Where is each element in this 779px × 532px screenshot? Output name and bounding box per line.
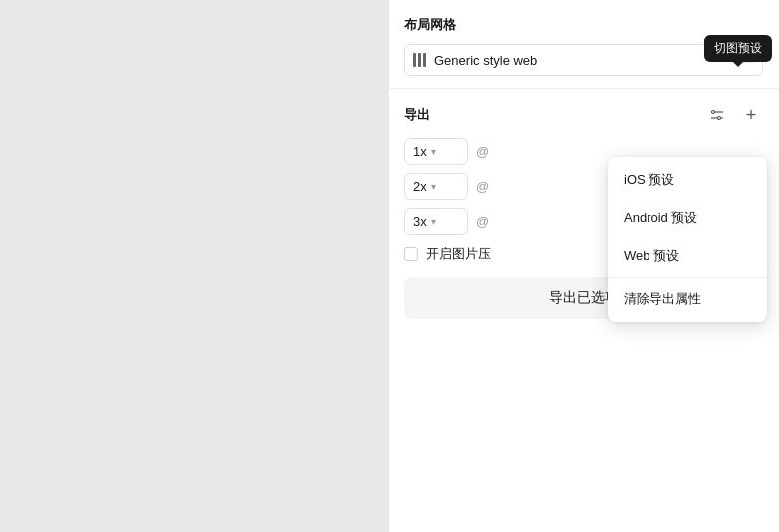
left-panel	[0, 0, 389, 532]
compress-label: 开启图片压	[426, 245, 491, 263]
dropdown-item-clear[interactable]: 清除导出属性	[608, 280, 767, 318]
layout-item-text: Generic style web	[434, 53, 728, 68]
scale-select-2x[interactable]: 2x ▾	[404, 173, 468, 200]
tooltip-text: 切图预设	[714, 41, 762, 55]
svg-point-0	[712, 111, 715, 114]
svg-point-3	[718, 117, 721, 120]
at-symbol-3x: @	[476, 214, 489, 229]
grid-icon	[413, 53, 426, 67]
export-section-title: 导出	[404, 106, 430, 124]
chevron-down-icon-1x: ▾	[431, 146, 436, 157]
compress-checkbox[interactable]	[404, 247, 418, 261]
scale-select-1x[interactable]: 1x ▾	[404, 138, 468, 165]
chevron-down-icon-3x: ▾	[431, 216, 436, 227]
layout-section: 布局网格 Generic style web — 切图预设	[389, 0, 779, 89]
export-header: 导出 +	[404, 103, 763, 127]
add-export-button[interactable]: +	[739, 103, 763, 127]
scale-label-2x: 2x	[413, 179, 427, 194]
scale-select-3x[interactable]: 3x ▾	[404, 208, 468, 235]
dropdown-menu: iOS 预设 Android 预设 Web 预设 清除导出属性	[608, 157, 767, 322]
dropdown-item-android[interactable]: Android 预设	[608, 199, 767, 237]
scale-label-3x: 3x	[413, 214, 427, 229]
dropdown-item-web[interactable]: Web 预设	[608, 237, 767, 275]
dropdown-divider	[608, 277, 767, 278]
right-panel: 布局网格 Generic style web — 切图预设 导出	[389, 0, 779, 532]
dropdown-item-ios[interactable]: iOS 预设	[608, 161, 767, 199]
chevron-down-icon-2x: ▾	[431, 181, 436, 192]
layout-item[interactable]: Generic style web — 切图预设	[404, 44, 763, 76]
export-header-actions: +	[705, 103, 763, 127]
at-symbol-1x: @	[476, 144, 489, 159]
at-symbol-2x: @	[476, 179, 489, 194]
settings-icon-button[interactable]	[705, 103, 729, 127]
tooltip: 切图预设	[704, 35, 772, 62]
scale-label-1x: 1x	[413, 144, 427, 159]
layout-section-title: 布局网格	[404, 16, 763, 34]
